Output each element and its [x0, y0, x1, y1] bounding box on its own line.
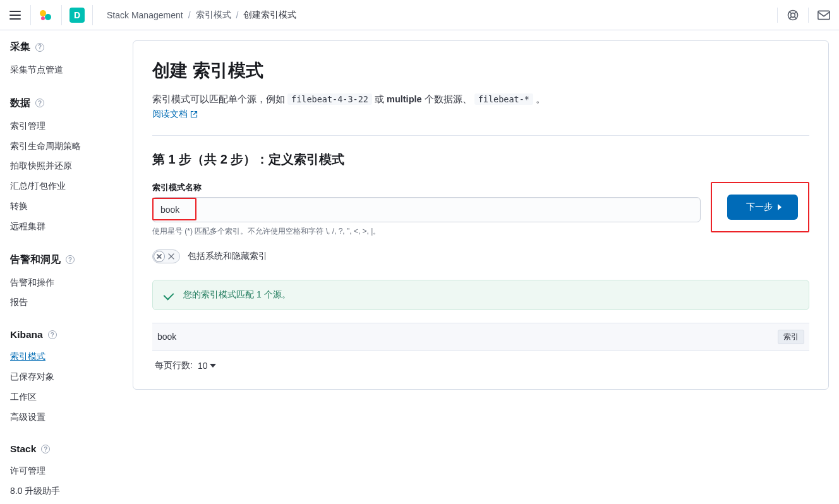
- svg-line-3: [795, 11, 797, 13]
- breadcrumb-sep: /: [236, 10, 239, 20]
- sidenav-item-transforms[interactable]: 转换: [10, 196, 120, 217]
- elastic-logo-icon: [39, 8, 54, 23]
- app-header: D Stack Management / 索引模式 / 创建索引模式: [0, 0, 839, 30]
- sidenav-section-alerts: 告警和洞见? 告警和操作 报告: [10, 253, 120, 313]
- sidenav-title-stack: Stack?: [10, 443, 120, 455]
- index-pattern-name-label: 索引模式名称: [152, 182, 701, 193]
- breadcrumb-create-index-pattern: 创建索引模式: [243, 9, 296, 21]
- highlight-button-annotation: 下一步: [711, 182, 809, 232]
- page-description: 索引模式可以匹配单个源，例如 filebeat-4-3-22 或 multipl…: [152, 92, 809, 107]
- breadcrumb-stack-management[interactable]: Stack Management: [107, 10, 183, 20]
- matching-indices-table: book 索引: [152, 323, 809, 351]
- sidenav-item-saved-objects[interactable]: 已保存对象: [10, 367, 120, 387]
- include-system-indices-label: 包括系统和隐藏索引: [188, 251, 267, 262]
- sidenav-section-kibana: Kibana? 索引模式 已保存对象 工作区 高级设置: [10, 329, 120, 427]
- help-icon[interactable]: ?: [41, 445, 50, 453]
- space-avatar: D: [69, 8, 85, 23]
- newsfeed-button[interactable]: [783, 5, 803, 25]
- table-pagination: 每页行数: 10: [152, 351, 809, 374]
- rows-per-page-button[interactable]: 10: [198, 361, 217, 371]
- sidenav-item-alerts-actions[interactable]: 告警和操作: [10, 273, 120, 293]
- sidenav-item-reporting[interactable]: 报告: [10, 292, 120, 313]
- svg-point-1: [791, 13, 795, 17]
- svg-rect-6: [818, 11, 830, 19]
- example-code-single: filebeat-4-3-22: [287, 93, 372, 105]
- sidenav-title-kibana: Kibana?: [10, 329, 120, 340]
- header-separator: [808, 8, 809, 23]
- breadcrumb: Stack Management / 索引模式 / 创建索引模式: [107, 9, 296, 21]
- sidenav-item-index-patterns[interactable]: 索引模式: [10, 347, 120, 367]
- index-type-badge: 索引: [778, 330, 804, 344]
- next-step-button[interactable]: 下一步: [727, 195, 798, 220]
- help-icon[interactable]: ?: [35, 99, 44, 107]
- header-separator: [30, 5, 31, 25]
- section-divider: [152, 135, 809, 136]
- help-icon[interactable]: ?: [66, 255, 75, 264]
- sidenav-title-ingest: 采集?: [10, 40, 120, 54]
- cross-icon: [167, 252, 176, 261]
- sidenav-item-index-management[interactable]: 索引管理: [10, 116, 120, 136]
- mail-icon: [818, 10, 830, 20]
- sidenav-section-stack: Stack? 许可管理 8.0 升级助手: [10, 443, 120, 501]
- switch-knob-icon: [154, 251, 165, 262]
- header-separator: [777, 8, 778, 23]
- sidenav-item-ingest-pipelines[interactable]: 采集节点管道: [10, 60, 120, 80]
- index-name-cell: book: [157, 332, 176, 342]
- breadcrumb-sep: /: [188, 10, 191, 20]
- check-icon: [164, 289, 174, 300]
- page-title: 创建 索引模式: [152, 59, 809, 83]
- hamburger-icon: [9, 11, 21, 20]
- nav-toggle-button[interactable]: [5, 5, 25, 25]
- help-icon[interactable]: ?: [48, 330, 57, 339]
- sidenav-item-spaces[interactable]: 工作区: [10, 387, 120, 407]
- create-index-pattern-panel: 创建 索引模式 索引模式可以匹配单个源，例如 filebeat-4-3-22 或…: [133, 40, 829, 390]
- svg-line-5: [795, 16, 797, 18]
- sidenav-item-upgrade-assistant[interactable]: 8.0 升级助手: [10, 481, 120, 501]
- sidenav-item-advanced-settings[interactable]: 高级设置: [10, 407, 120, 428]
- sidenav-item-ilm[interactable]: 索引生命周期策略: [10, 136, 120, 157]
- rows-per-page-label: 每页行数:: [155, 360, 193, 371]
- callout-text: 您的索引模式匹配 1 个源。: [183, 289, 291, 301]
- svg-line-2: [789, 11, 791, 13]
- sidenav-item-snapshot-restore[interactable]: 拍取快照并还原: [10, 156, 120, 176]
- sidenav-item-remote-clusters[interactable]: 远程集群: [10, 217, 120, 237]
- include-system-indices-switch[interactable]: [152, 249, 180, 263]
- sidenav: 采集? 采集节点管道 数据? 索引管理 索引生命周期策略 拍取快照并还原 汇总/…: [0, 30, 125, 504]
- help-icon[interactable]: ?: [35, 43, 44, 52]
- example-code-wildcard: filebeat-*: [474, 93, 533, 105]
- read-docs-link[interactable]: 阅读文档: [152, 109, 198, 120]
- header-separator: [92, 5, 93, 25]
- sidenav-item-license[interactable]: 许可管理: [10, 461, 120, 481]
- elastic-logo-button[interactable]: [36, 5, 56, 25]
- chevron-right-icon: [778, 204, 782, 210]
- external-link-icon: [190, 111, 198, 118]
- sidenav-section-ingest: 采集? 采集节点管道: [10, 40, 120, 80]
- space-selector-button[interactable]: D: [67, 5, 87, 25]
- mail-button[interactable]: [814, 5, 834, 25]
- header-separator: [61, 5, 62, 25]
- index-pattern-name-input[interactable]: [152, 197, 701, 222]
- index-pattern-name-help: 使用星号 (*) 匹配多个索引。不允许使用空格和字符 \, /, ?, ", <…: [152, 226, 701, 237]
- step-title: 第 1 步（共 2 步）：定义索引模式: [152, 151, 809, 168]
- table-row: book 索引: [152, 323, 809, 351]
- sidenav-title-alerts: 告警和洞见?: [10, 253, 120, 267]
- lifebuoy-icon: [787, 9, 799, 21]
- breadcrumb-index-patterns[interactable]: 索引模式: [196, 9, 231, 21]
- match-success-callout: 您的索引模式匹配 1 个源。: [152, 280, 809, 310]
- sidenav-title-data: 数据?: [10, 97, 120, 110]
- chevron-down-icon: [210, 364, 216, 368]
- sidenav-section-data: 数据? 索引管理 索引生命周期策略 拍取快照并还原 汇总/打包作业 转换 远程集…: [10, 97, 120, 237]
- svg-line-4: [789, 16, 791, 18]
- sidenav-item-rollups[interactable]: 汇总/打包作业: [10, 176, 120, 196]
